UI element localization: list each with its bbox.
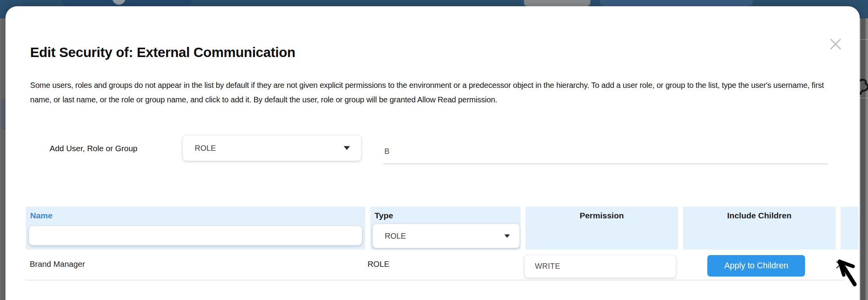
row-divider xyxy=(26,280,845,280)
add-type-select-value: ROLE xyxy=(183,144,344,153)
chevron-down-icon xyxy=(504,234,510,238)
navbar-tab-shape xyxy=(63,0,192,6)
apply-to-children-button[interactable]: Apply to Children xyxy=(707,255,805,277)
row-type-cell: ROLE xyxy=(368,259,389,269)
column-header-permission: Permission xyxy=(525,207,678,250)
column-header-clipped xyxy=(841,207,859,250)
column-header-include-children: Include Children xyxy=(683,207,836,250)
close-icon[interactable] xyxy=(828,37,843,52)
row-name-cell: Brand Manager xyxy=(30,259,85,269)
add-type-select[interactable]: ROLE xyxy=(183,135,361,161)
type-column-label[interactable]: Type xyxy=(375,211,393,220)
add-name-search-input[interactable] xyxy=(384,141,828,164)
screen: Edit Security of: External Communication… xyxy=(0,0,868,300)
dialog-description: Some users, roles and groups do not appe… xyxy=(30,78,845,107)
type-filter-select[interactable]: ROLE xyxy=(373,224,520,248)
navbar-gray-button xyxy=(524,0,590,6)
column-header-name: Name xyxy=(26,207,365,250)
navbar-blue-button xyxy=(600,0,753,6)
chevron-down-icon xyxy=(344,146,350,150)
dialog-title: Edit Security of: External Communication xyxy=(30,45,295,60)
row-permission-input[interactable] xyxy=(524,255,676,278)
name-filter-input[interactable] xyxy=(29,226,362,245)
add-user-role-group-label: Add User, Role or Group xyxy=(50,144,137,153)
remove-row-icon[interactable] xyxy=(836,261,844,269)
dimmed-divider xyxy=(860,98,868,98)
permission-column-label[interactable]: Permission xyxy=(525,211,678,220)
edit-security-dialog: Edit Security of: External Communication… xyxy=(5,6,860,300)
include-children-column-label[interactable]: Include Children xyxy=(683,211,836,220)
dimmed-divider xyxy=(860,39,868,40)
page-scrollbar[interactable] xyxy=(861,18,866,300)
name-column-label[interactable]: Name xyxy=(30,211,52,220)
dim-overlay-left xyxy=(0,18,5,300)
type-filter-value: ROLE xyxy=(373,232,504,241)
